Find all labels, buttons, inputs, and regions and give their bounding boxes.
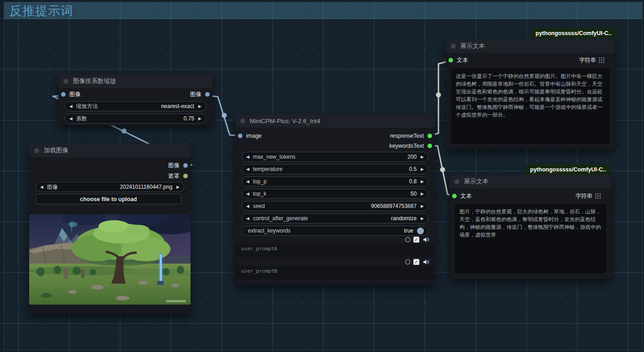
widget-image-file[interactable]: ◀ 图像 20241011160447.png ▶ (36, 182, 184, 192)
widget-scale-factor[interactable]: ◀ 系数 0.75 ▶ (65, 114, 206, 124)
node-show-text-2[interactable]: 展示文本 文本 字符串 图片，宁静的自然景观，巨大的绿色树，草地，岩石，山脉，天… (449, 175, 612, 279)
widget-control-after-generate[interactable]: ◀ control_after_generate randomize ▶ (242, 213, 428, 223)
decrement-arrow-icon[interactable]: ◀ (246, 155, 249, 159)
text-display-area[interactable]: 这是一张显示了一个宁静的自然景观的图片。图片中有一棵巨大的绿色树，周围是草地和一… (451, 68, 610, 144)
image-input-label: 图像 (69, 91, 81, 98)
increment-arrow-icon[interactable]: ▶ (421, 216, 424, 221)
user-prompt-a-textarea[interactable]: user_promptA (236, 243, 434, 257)
node-title-bar[interactable]: 加载图像 (29, 144, 191, 157)
mask-output-port[interactable] (183, 174, 188, 178)
widget-value: 200 (407, 154, 417, 160)
image-input-label: image (246, 133, 262, 139)
keywordstext-output-label: keywordsText (389, 143, 424, 149)
widget-value: 906588974753887 (371, 203, 417, 209)
node-title-bar[interactable]: 图像按系数缩放 (58, 74, 212, 88)
node-title: 展示文本 (460, 42, 485, 50)
node-image-scale-by[interactable]: 图像按系数缩放 图像 图像 ◀ 缩放方法 nearest-exact ▶ ◀ 系… (58, 74, 212, 125)
widget-seed[interactable]: ◀ seed 906588974753887 ▶ (242, 201, 428, 211)
prompt-b-controls: ✓ (405, 259, 429, 265)
user-prompt-b-textarea[interactable]: user_promptB (236, 266, 434, 280)
node-title-bar[interactable]: MiniCPM-Plus: V-2.6_Int4 (235, 114, 435, 128)
increment-arrow-icon[interactable]: ▶ (421, 192, 424, 196)
increment-arrow-icon[interactable]: ▶ (198, 104, 201, 109)
decrement-arrow-icon[interactable]: ◀ (246, 216, 249, 221)
image-preview (29, 214, 191, 305)
image-input-port[interactable] (238, 134, 242, 138)
next-arrow-icon[interactable]: ▶ (176, 185, 180, 189)
responsetext-output-port[interactable] (428, 134, 432, 138)
radio-circle-icon[interactable] (405, 237, 410, 242)
image-output-port[interactable] (183, 163, 188, 168)
widget-value: 20241011160447.png (120, 184, 172, 190)
extension-badge: pythongosssss/ComfyUI-C.. (526, 165, 610, 175)
collapse-dot[interactable] (451, 44, 456, 49)
widget-top-p[interactable]: ◀ top_p 0.8 ▶ (242, 176, 428, 186)
collapse-dot[interactable] (63, 79, 68, 84)
text-input-port[interactable] (448, 58, 453, 62)
image-output-port[interactable] (205, 92, 210, 97)
widget-value: randomize (391, 215, 417, 222)
widget-temperature[interactable]: ◀ temperature 0.5 ▶ (242, 164, 428, 174)
widget-top-k[interactable]: ◀ top_k 50 ▶ (242, 189, 428, 199)
speaker-icon[interactable] (422, 259, 429, 265)
increment-arrow-icon[interactable]: ▶ (421, 167, 424, 171)
checkbox-checked-icon[interactable]: ✓ (413, 259, 419, 265)
widget-value: true (404, 228, 413, 234)
node-title: 加载图像 (44, 146, 68, 155)
increment-arrow-icon[interactable]: ▶ (198, 116, 201, 121)
node-minicpm[interactable]: MiniCPM-Plus: V-2.6_Int4 image responseT… (235, 114, 435, 285)
decrement-arrow-icon[interactable]: ◀ (246, 179, 249, 184)
node-title: 图像按系数缩放 (73, 77, 116, 85)
increment-arrow-icon[interactable]: ▶ (421, 179, 424, 184)
widget-max-new-tokens[interactable]: ◀ max_new_tokens 200 ▶ (242, 152, 428, 162)
node-graph-canvas[interactable]: 反推提示词 图像按系数缩放 图像 图像 ◀ 缩 (0, 0, 644, 352)
widget-label: top_k (253, 191, 266, 197)
checkbox-checked-icon[interactable]: ✓ (413, 237, 419, 243)
widget-value: 0.5 (409, 166, 417, 172)
decrement-arrow-icon[interactable]: ◀ (69, 116, 72, 121)
node-title: 展示文本 (464, 177, 489, 186)
string-type-label: 字符串 (579, 57, 597, 64)
node-show-text-1[interactable]: 展示文本 文本 字符串 这是一张显示了一个宁静的自然景观的图片。图片中有一棵巨大… (446, 39, 615, 149)
choose-file-button[interactable]: choose file to upload (36, 194, 181, 204)
radio-circle-icon[interactable] (405, 259, 410, 264)
collapse-dot[interactable] (240, 119, 245, 124)
node-load-image[interactable]: 加载图像 图像 遮罩 ◀ 图像 20241011160447.png ▶ cho… (29, 144, 191, 314)
collapse-dot[interactable] (34, 148, 39, 153)
mask-output-label: 遮罩 (168, 172, 180, 180)
widget-value: nearest-exact (161, 103, 194, 109)
widget-value: 50 (411, 191, 417, 197)
keywordstext-output-port[interactable] (428, 144, 432, 148)
widget-scale-method[interactable]: ◀ 缩放方法 nearest-exact ▶ (65, 101, 206, 111)
node-title-bar[interactable]: 展示文本 (449, 175, 612, 188)
text-display-area[interactable]: 图片，宁静的自然景观，巨大的绿色树，草地，岩石，山脉，天空，蓝色和紫色的色调，黎… (455, 204, 606, 274)
prev-arrow-icon[interactable]: ◀ (40, 185, 43, 189)
increment-arrow-icon[interactable]: ▶ (421, 204, 424, 208)
boolean-toggle[interactable] (417, 228, 424, 234)
grid-handle-icon[interactable] (599, 57, 604, 63)
decrement-arrow-icon[interactable]: ◀ (69, 104, 72, 109)
image-output-label: 图像 (190, 91, 201, 98)
decrement-arrow-icon[interactable]: ◀ (246, 204, 249, 208)
text-input-port[interactable] (452, 194, 457, 198)
speaker-icon[interactable] (422, 236, 429, 243)
text-input-label: 文本 (457, 57, 468, 64)
increment-arrow-icon[interactable]: ▶ (421, 155, 424, 159)
widget-extract-keywords[interactable]: extract_keywords true (242, 226, 428, 236)
widget-value: 0.8 (409, 178, 417, 185)
decrement-arrow-icon[interactable]: ◀ (246, 167, 249, 171)
node-title-bar[interactable]: 展示文本 (446, 39, 615, 53)
widget-label: seed (253, 203, 265, 209)
decrement-arrow-icon[interactable]: ◀ (246, 192, 249, 196)
text-input-label: 文本 (460, 192, 472, 200)
image-output-label: 图像 (168, 162, 180, 170)
extension-badge: pythongosssss/ComfyUI-C.. (531, 28, 616, 38)
image-input-port[interactable] (61, 92, 66, 97)
widget-label: 缩放方法 (76, 103, 98, 110)
collapse-dot[interactable] (454, 179, 459, 184)
string-type-label: 字符串 (576, 192, 593, 200)
responsetext-output-label: responseText (390, 133, 424, 139)
node-title: MiniCPM-Plus: V-2.6_Int4 (250, 118, 320, 124)
grid-handle-icon[interactable] (595, 193, 601, 199)
widget-value: 0.75 (184, 115, 194, 122)
